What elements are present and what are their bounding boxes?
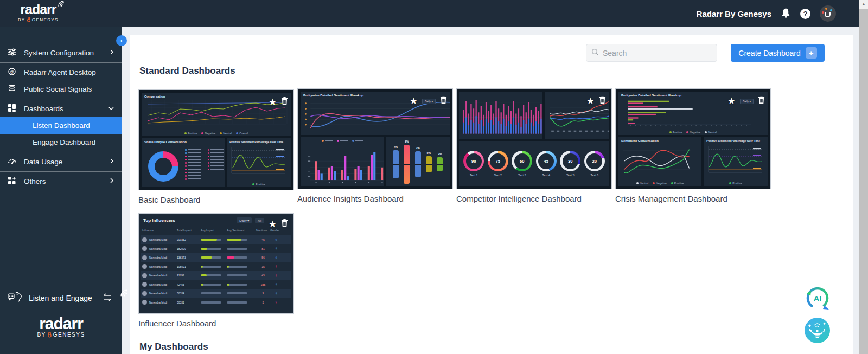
- sidebar-item-system-configuration[interactable]: System Configuration: [0, 44, 122, 61]
- pill-bar: 5%: [426, 151, 432, 172]
- favorite-icon[interactable]: ★: [269, 98, 277, 107]
- sidebar-nav: System Configuration @ Radarr Agent Desk…: [0, 44, 122, 192]
- sidebar-item-engage-dashboard[interactable]: Engage Dashboard: [0, 134, 122, 151]
- table-row[interactable]: Narendra Modi 182009 81 ♀: [141, 244, 291, 254]
- legend-item: [208, 152, 224, 154]
- sidebar-item-label: Radarr Agent Desktop: [24, 68, 96, 76]
- dashboard-thumbnail[interactable]: ★ Conversation PositiveNegativeNeutralOv…: [138, 89, 294, 190]
- table-row[interactable]: Narendra Modi 91892 45 ♀: [141, 271, 291, 280]
- delete-icon[interactable]: [599, 96, 606, 106]
- avatar: [142, 255, 147, 260]
- sidebar-divider: [0, 171, 122, 172]
- avatar: [820, 5, 836, 22]
- mentions-value: 9: [256, 292, 270, 295]
- ai-assistant-button[interactable]: AI: [803, 284, 832, 313]
- sidebar-item-dashboards[interactable]: Dashboards: [0, 100, 122, 117]
- mentions-value: 15: [256, 265, 270, 268]
- column-header: Avg Sentiment: [227, 229, 256, 232]
- dashboard-card-title: Basic Dashboard: [138, 195, 294, 204]
- dashboard-thumbnail[interactable]: ★ Daily ▾ Entitywise Detailed Sentiment …: [615, 88, 771, 189]
- range-select[interactable]: Daily ▾: [740, 99, 754, 104]
- listen-and-engage-toggle[interactable]: Listen and Engage: [0, 291, 122, 305]
- influencer-rows: Narendra Modi 209332 45 ♀ Narendra Modi …: [141, 235, 291, 307]
- dashboard-thumbnail[interactable]: ★: [456, 88, 612, 189]
- agent-desktop-icon: @: [8, 67, 17, 78]
- score-gauges: 90 Text 1 75 Text 2 60 Text 3: [459, 141, 609, 186]
- favorite-icon[interactable]: ★: [586, 96, 595, 106]
- avg-sentiment-bar: [227, 274, 247, 276]
- positive-sentiment-chart: [228, 145, 288, 177]
- dashboard-thumbnail[interactable]: ★ Daily ▾ Entitywise Detailed Sentiment …: [297, 88, 453, 189]
- chevron-down-icon: [108, 105, 114, 113]
- content-panel: Create Dashboard + Standard Dashboards ★…: [130, 35, 853, 354]
- avg-impact-bar: [201, 284, 221, 286]
- table-row[interactable]: Narendra Modi 138373 56 ♀: [141, 253, 291, 262]
- logo-by: BY: [37, 332, 46, 338]
- delete-icon[interactable]: [758, 96, 765, 106]
- delete-icon[interactable]: [281, 97, 288, 107]
- notifications-button[interactable]: [781, 8, 791, 20]
- sidebar-item-label: System Configuration: [24, 49, 94, 57]
- search-input[interactable]: [603, 49, 712, 57]
- table-row[interactable]: Narendra Modi 72403 235 ♀: [141, 280, 291, 289]
- listen-and-engage-label: Listen and Engage: [29, 294, 92, 302]
- legend-item: [185, 172, 201, 173]
- genesys-mark-icon: [47, 332, 52, 338]
- scroll-up-icon[interactable]: ▲: [859, 0, 868, 9]
- range-select[interactable]: Daily ▾: [422, 99, 436, 104]
- table-row[interactable]: Narendra Modi 50331 3 ♀: [141, 298, 291, 307]
- legend-item: Negative: [686, 131, 700, 134]
- listen-engage-icon: [8, 291, 22, 305]
- avg-impact-bar: [201, 248, 221, 250]
- influencer-name: Narendra Modi: [149, 301, 167, 304]
- legend-item: Neutral: [705, 131, 717, 134]
- avatar: [142, 291, 147, 296]
- favorite-icon[interactable]: ★: [727, 96, 736, 106]
- legend-item: [208, 162, 224, 164]
- avg-impact-bar: [201, 256, 221, 259]
- scrollbar-thumb[interactable]: [859, 9, 868, 354]
- table-row[interactable]: Narendra Modi 56334 9 ♀: [141, 289, 291, 298]
- gauge: 90 Text 1: [463, 151, 484, 177]
- favorite-icon[interactable]: ★: [269, 220, 277, 229]
- column-header: Total Impact: [177, 229, 201, 232]
- legend-item: [208, 169, 224, 170]
- delete-icon[interactable]: [440, 96, 447, 106]
- gender-icon: ♀: [270, 282, 282, 287]
- table-row[interactable]: Narendra Modi 108021 15 ♀: [141, 262, 291, 272]
- sidebar-subitem-label: Listen Dashboard: [33, 121, 90, 130]
- logo-genesys: GENESYS: [53, 332, 85, 338]
- filter-select[interactable]: All: [255, 218, 264, 223]
- ai-chat-icon: AI: [803, 284, 832, 313]
- help-button[interactable]: ?: [800, 9, 810, 19]
- sidebar-item-label: Others: [24, 177, 46, 185]
- total-impact-value: 56334: [177, 292, 201, 295]
- sidebar-item-listen-dashboard[interactable]: Listen Dashboard: [0, 117, 122, 134]
- sidebar-item-label: Data Usage: [24, 158, 62, 166]
- mini-chart-title: Positive Sentiment Percentage Over Time: [704, 137, 768, 143]
- delete-icon[interactable]: [281, 219, 288, 229]
- legend-item: [208, 156, 224, 157]
- sidebar-item-public-social-signals[interactable]: Public Social Signals: [0, 81, 122, 98]
- table-row[interactable]: Narendra Modi 209332 45 ♀: [141, 235, 291, 244]
- pill-bar: 9%: [404, 140, 410, 184]
- sidebar-item-radarr-agent-desktop[interactable]: @ Radarr Agent Desktop: [0, 64, 122, 81]
- dashboard-card-audience-insights: ★ Daily ▾ Entitywise Detailed Sentiment …: [297, 88, 453, 203]
- sidebar-item-others[interactable]: Others: [0, 173, 122, 190]
- standard-dashboards-heading: Standard Dashboards: [139, 66, 235, 76]
- dashboard-thumbnail[interactable]: ★ Top Influencers Daily ▾ All Influencer…: [138, 213, 294, 314]
- range-select[interactable]: Daily ▾: [237, 217, 252, 223]
- sidebar-collapse-button[interactable]: ‹: [116, 35, 127, 46]
- favorite-icon[interactable]: ★: [410, 96, 418, 106]
- radarr-logo-footer: radarr BY GENESYS: [0, 317, 122, 338]
- create-dashboard-button[interactable]: Create Dashboard +: [731, 44, 825, 62]
- avatar: [142, 264, 147, 269]
- column-header: Influencer: [142, 229, 177, 232]
- genie-lamp-button[interactable]: [805, 318, 830, 343]
- brand-text: Radarr By Genesys: [697, 9, 771, 18]
- legend-item: [185, 175, 201, 177]
- account-button[interactable]: [820, 5, 836, 22]
- sidebar-item-data-usage[interactable]: Data Usage: [0, 153, 122, 170]
- gender-icon: ♀: [270, 273, 282, 278]
- swap-icon[interactable]: [102, 293, 113, 303]
